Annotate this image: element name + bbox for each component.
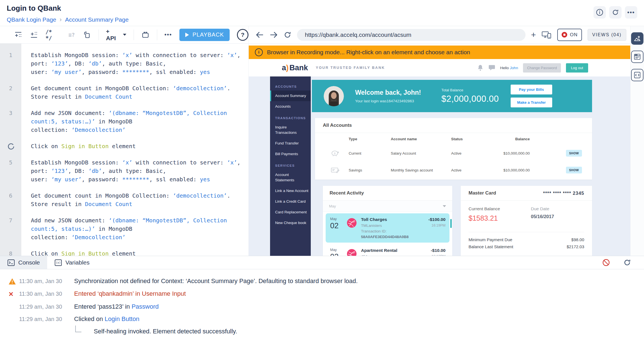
activity-month-filter[interactable]: May xyxy=(323,201,452,212)
browser-viewport: i Browser in Recording mode... Right-cli… xyxy=(249,44,630,256)
sidebar-item-inquire-transactions[interactable]: Inquire Transactions xyxy=(270,122,311,138)
breadcrumb-item-2[interactable]: Account Summary Page xyxy=(65,16,129,23)
test-step[interactable]: 3Add new JSON document: ‘(dbname: “Mongo… xyxy=(0,109,248,134)
step-text: Click on Sign in Button element xyxy=(21,142,136,150)
test-step[interactable]: 2Get document count in MongoDB Collectio… xyxy=(0,84,248,101)
account-balance: $10,000,000.00 xyxy=(493,168,530,172)
test-step[interactable]: 5Establish MongoDB session: ‘x’ with con… xyxy=(0,158,248,184)
toolkit-button[interactable] xyxy=(141,31,150,39)
card-summary-row: Minimum Payment Due$98.00 xyxy=(469,236,584,243)
account-row: $CurrentSalary AccountActive$10,000,000.… xyxy=(315,145,592,162)
account-type: Savings xyxy=(349,168,391,172)
greeting: Hello John xyxy=(500,66,518,70)
pay-your-bills-button[interactable]: Pay your Bills xyxy=(511,85,552,94)
more-tools-icon[interactable]: ••• xyxy=(165,31,172,38)
log-element-link[interactable]: Password xyxy=(132,303,159,310)
step-line: Add new JSON document: ‘(dbname: “Mongot… xyxy=(31,216,227,225)
chat-icon[interactable] xyxy=(488,65,495,71)
reload-button[interactable] xyxy=(284,31,291,39)
info-icon: i xyxy=(255,48,263,56)
add-api-button[interactable]: + API xyxy=(106,28,126,42)
log-element-link[interactable]: Login Button xyxy=(105,315,140,322)
new-tab-button[interactable]: + xyxy=(531,30,536,40)
step-query-button[interactable]: ≡? xyxy=(68,32,75,38)
transaction-row[interactable]: May02Apartment Rental454-$10.0016:13PM xyxy=(326,244,449,256)
clear-console-button[interactable] xyxy=(602,258,610,267)
device-selector-button[interactable] xyxy=(542,31,552,39)
sidebar-item-account-statements[interactable]: Account Statements xyxy=(270,170,311,185)
test-step[interactable]: 6Get document count in MongoDB Collectio… xyxy=(0,191,248,208)
account-status: Active xyxy=(451,151,493,155)
views-button[interactable]: VIEWS (04) xyxy=(588,29,626,41)
refresh-button[interactable] xyxy=(609,6,622,19)
show-balance-button[interactable]: SHOW xyxy=(566,167,582,173)
log-message: Entered ‘qbankadmin’ in Username Input xyxy=(74,290,186,297)
summary-label: Balance Last Statement xyxy=(469,244,513,249)
more-button[interactable]: ••• xyxy=(625,6,637,19)
more-icon: ••• xyxy=(627,9,635,16)
card-number: **** **** **** 2345 xyxy=(543,191,584,196)
greeting-name[interactable]: John xyxy=(510,66,518,70)
page-structure-button[interactable] xyxy=(631,51,643,63)
change-password-button[interactable]: Change Password xyxy=(523,63,561,73)
step-text: Establish MongoDB session: ‘x’ with conn… xyxy=(21,51,241,76)
recording-toggle[interactable]: ON xyxy=(557,29,582,41)
transaction-time: 16:13PM xyxy=(431,254,446,256)
back-button[interactable] xyxy=(255,31,264,39)
bank-logo[interactable]: a ) Bank xyxy=(282,64,308,72)
duplicate-step-button[interactable] xyxy=(82,30,91,39)
show-balance-button[interactable]: SHOW xyxy=(566,150,582,157)
header-actions: ••• xyxy=(593,6,637,19)
breadcrumb-item-1[interactable]: QBank Login Page xyxy=(7,16,56,23)
test-step[interactable]: Click on Sign in Button element xyxy=(0,142,248,150)
transaction-title: Toll Charges xyxy=(361,217,428,222)
forward-button[interactable] xyxy=(270,31,278,39)
transaction-subtitle: 454 xyxy=(361,254,431,256)
url-bar[interactable] xyxy=(297,29,526,41)
account-status: Active xyxy=(451,168,493,172)
tab-variables[interactable]: (x) Variables xyxy=(47,256,97,269)
add-step-below-button[interactable] xyxy=(30,31,38,39)
info-button[interactable] xyxy=(593,6,606,19)
test-step[interactable]: 7Add new JSON document: ‘(dbname: “Mongo… xyxy=(0,216,248,241)
sidebar-item-card-replacement[interactable]: Card Replacement xyxy=(270,207,311,218)
transaction-row[interactable]: May02Toll ChargesTMLanistersTransaction … xyxy=(326,213,449,243)
bell-icon[interactable] xyxy=(477,64,483,71)
avatar xyxy=(324,86,344,106)
log-icon-spacer xyxy=(8,303,19,304)
transaction-amount-col: -$100.0016:19PM xyxy=(428,217,446,239)
accounts-table-header: TypeAccount nameStatusBalance xyxy=(315,133,592,145)
breadcrumb: QBank Login Page › Account Summary Page xyxy=(7,16,129,23)
sidebar-item-link-a-new-account[interactable]: Link a New Account xyxy=(270,186,311,196)
test-step[interactable]: 1Establish MongoDB session: ‘x’ with con… xyxy=(0,51,248,76)
playback-button[interactable]: PLAYBACK xyxy=(179,29,230,41)
logout-button[interactable]: Log out xyxy=(566,63,588,73)
toolbar-divider xyxy=(99,30,99,40)
toolbar-divider xyxy=(157,30,157,40)
test-step[interactable]: 8Click on Sign in Button element xyxy=(0,249,248,256)
sidebar-item-bill-payments[interactable]: Bill Payments xyxy=(270,149,311,159)
log-icon-spacer xyxy=(8,315,19,316)
playback-label: PLAYBACK xyxy=(193,31,224,38)
live-view-button[interactable] xyxy=(631,32,643,45)
sidebar-item-fund-transfer[interactable]: Fund Transfer xyxy=(270,138,311,149)
sidebar-item-link-a-credit-card[interactable]: Link a Credit Card xyxy=(270,196,311,207)
step-line: Establish MongoDB session: ‘x’ with conn… xyxy=(31,158,241,167)
code-view-button[interactable] xyxy=(631,69,643,81)
transaction-id-value: 58A0AFE3EDD44D48A0B8 xyxy=(361,235,428,239)
sidebar-item-account-summary[interactable]: Account Summary xyxy=(270,91,311,101)
bank-logo-name: Bank xyxy=(289,64,308,72)
record-icon xyxy=(561,32,567,38)
loop-icon xyxy=(0,142,21,150)
make-a-transfer-button[interactable]: Make a Transfer xyxy=(511,98,552,107)
activity-scrollbar[interactable] xyxy=(450,219,452,228)
sidebar-item-accounts[interactable]: Accounts xyxy=(270,101,311,112)
help-button[interactable]: ? xyxy=(237,29,248,41)
tab-console[interactable]: Console xyxy=(0,256,47,269)
sidebar-item-new-cheque-book[interactable]: New Cheque book xyxy=(270,218,311,228)
add-step-above-button[interactable] xyxy=(14,31,22,39)
refresh-console-button[interactable] xyxy=(623,259,631,266)
comment-step-button[interactable]: /* */ xyxy=(45,29,61,41)
recent-activity-card: Recent Activity May May02Toll ChargesTML… xyxy=(323,186,452,256)
step-text: Add new JSON document: ‘(dbname: “Mongot… xyxy=(21,109,227,134)
